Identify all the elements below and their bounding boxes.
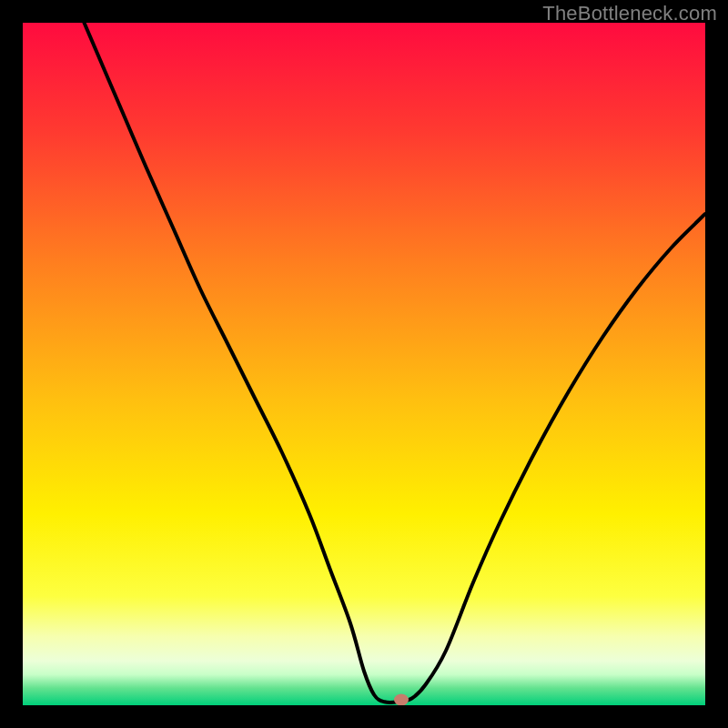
chart-frame: TheBottleneck.com xyxy=(0,0,728,728)
plot-area xyxy=(23,23,705,705)
curve-layer xyxy=(23,23,705,705)
optimal-point-marker xyxy=(394,694,409,706)
watermark-text: TheBottleneck.com xyxy=(542,2,717,25)
bottleneck-curve xyxy=(85,23,706,703)
